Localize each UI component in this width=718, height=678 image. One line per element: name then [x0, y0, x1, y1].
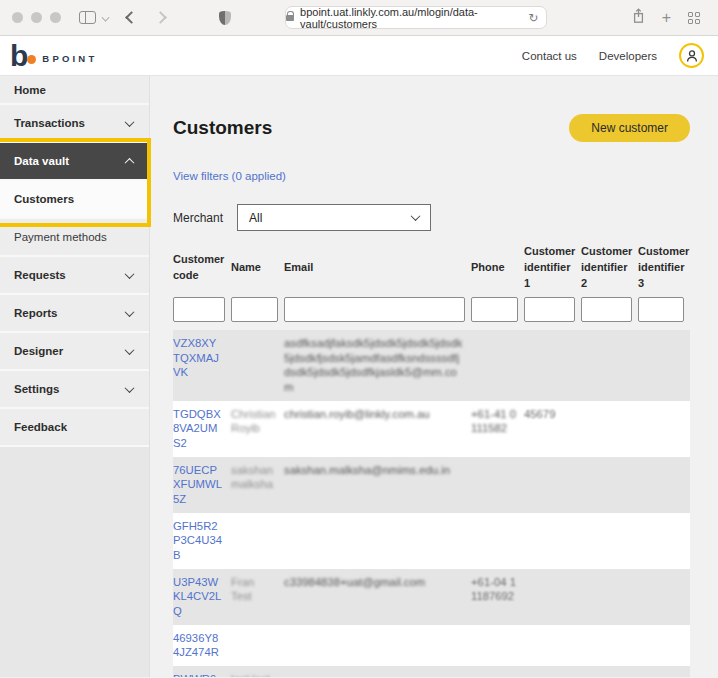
- chevron-down-icon: [411, 211, 421, 221]
- chevron-down-icon[interactable]: [102, 14, 110, 22]
- cell-name: Fran Test: [231, 569, 284, 625]
- customer-code-link[interactable]: 46936Y84JZ474R: [173, 625, 231, 666]
- sidebar-item-home[interactable]: Home: [0, 76, 149, 105]
- column-header-customer-code: Customer code: [173, 252, 231, 284]
- cell-email: c33984838+uat@gmail.com: [284, 569, 471, 625]
- table-row: VZX8XYTQXMAJVK asdfksadjfaksdk5jdsdk5jds…: [173, 330, 690, 401]
- customer-code-link[interactable]: GFH5R2P3C4U34B: [173, 513, 231, 569]
- filter-input-email[interactable]: [284, 297, 465, 322]
- table-row: U3P43WKL4CV2LQ Fran Test c33984838+uat@g…: [173, 569, 690, 625]
- cell-email: asdfksadjfaksdk5jdsdk5jdsdk5jdsdk5jdsdkf…: [284, 330, 471, 401]
- filter-input-customer-code[interactable]: [173, 297, 225, 322]
- table-row: TGDQBX8VA2UMS2 Christian Royib christian…: [173, 401, 690, 457]
- privacy-shield-icon[interactable]: [219, 11, 231, 25]
- column-header-customer-identifier-2: Customer identifier 2: [581, 244, 638, 292]
- cell-name: [231, 625, 284, 666]
- cell-identifier-1: [524, 513, 581, 569]
- sidebar-item-data-vault[interactable]: Data vault: [0, 143, 149, 181]
- sidebar-item-transactions[interactable]: Transactions: [0, 105, 149, 143]
- account-avatar[interactable]: [679, 43, 704, 68]
- sidebar-item-settings[interactable]: Settings: [0, 371, 149, 409]
- sidebar-item-label: Reports: [14, 307, 57, 319]
- cell-identifier-2: [581, 666, 638, 677]
- column-header-email: Email: [284, 260, 471, 276]
- column-header-customer-identifier-3: Customer identifier 3: [638, 244, 690, 292]
- sidebar-item-label: Data vault: [14, 155, 69, 167]
- filter-input-phone[interactable]: [471, 297, 518, 322]
- cell-identifier-2: [581, 401, 638, 457]
- cell-name: test last: [231, 666, 284, 677]
- bpoint-logo[interactable]: b BPOINT: [10, 44, 97, 68]
- sidebar-item-label: Settings: [14, 383, 59, 395]
- filter-input-customer-identifier-2[interactable]: [581, 297, 632, 322]
- sidebar-items: Home Transactions Data vault Customers P…: [0, 76, 149, 447]
- sidebar-item-label: Transactions: [14, 117, 85, 129]
- cell-name: Christian Royib: [231, 401, 284, 457]
- merchant-select[interactable]: All: [237, 204, 431, 231]
- zoom-window-button[interactable]: [50, 12, 61, 23]
- contact-us-link[interactable]: Contact us: [522, 50, 577, 62]
- chevron-icon: [125, 117, 135, 127]
- cell-identifier-1: [524, 330, 581, 401]
- table-row: BWWR9XVPNK3CQ3 test last: [173, 666, 690, 677]
- sidebar: Home Transactions Data vault Customers P…: [0, 76, 150, 677]
- customer-code-link[interactable]: VZX8XYTQXMAJVK: [173, 330, 231, 401]
- cell-phone: +61-41 0111582: [471, 401, 524, 457]
- chevron-icon: [125, 345, 135, 355]
- address-bar[interactable]: bpoint.uat.linkly.com.au/mlogin/data-vau…: [285, 6, 547, 29]
- column-header-phone: Phone: [471, 260, 524, 276]
- share-icon[interactable]: [632, 8, 645, 28]
- url-text: bpoint.uat.linkly.com.au/mlogin/data-vau…: [300, 6, 546, 30]
- logo-b-glyph: b: [10, 44, 28, 68]
- customer-code-link[interactable]: U3P43WKL4CV2LQ: [173, 569, 231, 625]
- sidebar-item-label: Feedback: [14, 421, 67, 433]
- cell-identifier-3: [638, 666, 690, 677]
- sidebar-item-label: Payment methods: [14, 231, 107, 243]
- sidebar-item-designer[interactable]: Designer: [0, 333, 149, 371]
- chevron-icon: [125, 269, 135, 279]
- merchant-selected-value: All: [249, 211, 262, 225]
- close-window-button[interactable]: [12, 12, 23, 23]
- cell-identifier-1: [524, 666, 581, 677]
- table-rows: VZX8XYTQXMAJVK asdfksadjfaksdk5jdsdk5jds…: [173, 330, 690, 677]
- cell-identifier-3: [638, 330, 690, 401]
- cell-email: [284, 625, 471, 666]
- cell-identifier-1: 45679: [524, 401, 581, 457]
- sidebar-item-feedback[interactable]: Feedback: [0, 409, 149, 447]
- sidebar-item-payment-methods[interactable]: Payment methods: [0, 219, 149, 257]
- sidebar-item-customers[interactable]: Customers: [0, 181, 149, 219]
- filter-input-customer-identifier-1[interactable]: [524, 297, 575, 322]
- sidebar-toggle-icon[interactable]: [79, 11, 96, 24]
- merchant-label: Merchant: [173, 211, 223, 225]
- developers-link[interactable]: Developers: [599, 50, 657, 62]
- customer-code-link[interactable]: 76UECPXFUMWL5Z: [173, 457, 231, 513]
- sidebar-item-reports[interactable]: Reports: [0, 295, 149, 333]
- minimize-window-button[interactable]: [31, 12, 42, 23]
- table-header-row: Customer code Name Email Phone Customer …: [173, 243, 690, 297]
- cell-identifier-1: [524, 457, 581, 513]
- cell-identifier-2: [581, 457, 638, 513]
- filter-input-name[interactable]: [231, 297, 278, 322]
- cell-identifier-3: [638, 401, 690, 457]
- cell-identifier-3: [638, 625, 690, 666]
- app-header: b BPOINT Contact us Developers: [0, 36, 718, 76]
- logo-wordmark: BPOINT: [42, 53, 97, 64]
- sidebar-item-requests[interactable]: Requests: [0, 257, 149, 295]
- new-tab-icon[interactable]: +: [662, 10, 671, 26]
- cell-identifier-2: [581, 625, 638, 666]
- customer-code-link[interactable]: TGDQBX8VA2UMS2: [173, 401, 231, 457]
- cell-email: [284, 513, 471, 569]
- filter-input-customer-identifier-3[interactable]: [638, 297, 684, 322]
- back-button[interactable]: [125, 11, 138, 24]
- main-content: Customers New customer View filters (0 a…: [150, 76, 718, 677]
- new-customer-button[interactable]: New customer: [569, 114, 690, 142]
- tab-overview-icon[interactable]: [688, 12, 700, 24]
- cell-phone: [471, 330, 524, 401]
- customer-code-link[interactable]: BWWR9XVPNK3CQ3: [173, 666, 231, 677]
- lock-icon: [286, 15, 294, 21]
- reload-icon[interactable]: ↻: [528, 11, 538, 25]
- forward-button[interactable]: [154, 11, 167, 24]
- cell-identifier-2: [581, 330, 638, 401]
- cell-email: [284, 666, 471, 677]
- view-filters-link[interactable]: View filters (0 applied): [173, 170, 286, 182]
